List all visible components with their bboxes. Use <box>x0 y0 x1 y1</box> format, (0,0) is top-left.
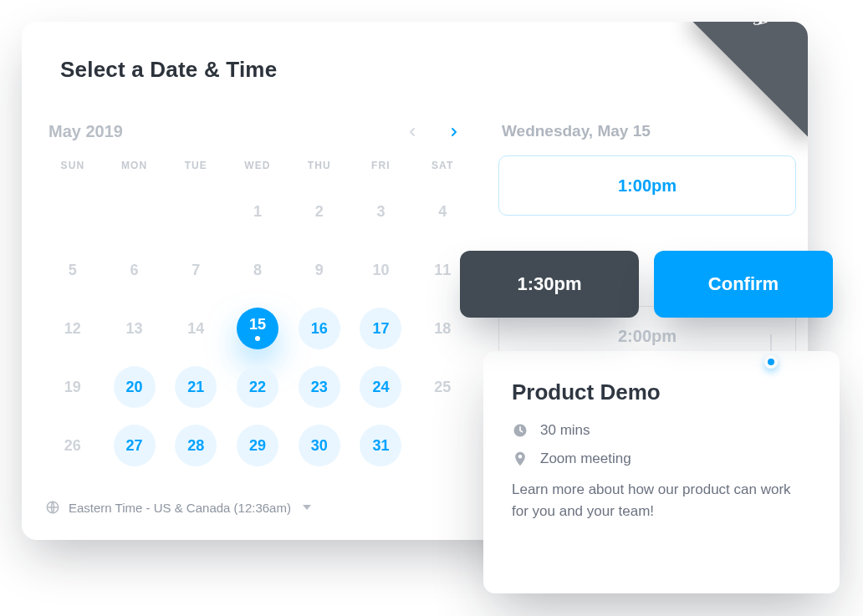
calendar-day: 14 <box>175 308 217 349</box>
ribbon-brand-label: Calendly <box>696 22 792 50</box>
calendar-day[interactable]: 21 <box>175 366 217 408</box>
chevron-right-icon[interactable] <box>445 123 463 141</box>
timezone-label: Eastern Time - US & Canada (12:36am) <box>69 501 291 515</box>
calendar-day[interactable]: 30 <box>299 425 340 466</box>
calendar-day: 3 <box>360 191 401 232</box>
calendar-day: 6 <box>114 249 156 291</box>
event-title: Product Demo <box>512 379 811 405</box>
calendar-day: 10 <box>360 249 401 291</box>
time-slot[interactable]: 1:00pm <box>498 155 796 216</box>
calendar-day[interactable]: 17 <box>360 308 401 349</box>
calendar-day: 5 <box>52 249 94 291</box>
caret-down-icon <box>303 505 311 510</box>
event-duration: 30 mins <box>540 422 590 439</box>
selected-time-pill[interactable]: 1:30pm <box>460 251 639 318</box>
calendar-day: 1 <box>237 191 278 232</box>
calendar: May 2019 SUNMONTUEWEDTHUFRISAT1234567891… <box>42 122 473 469</box>
calendar-day: 7 <box>175 249 217 291</box>
calendar-day[interactable]: 29 <box>237 425 278 466</box>
calendar-day: 12 <box>52 308 94 349</box>
globe-icon <box>45 500 60 515</box>
calendar-day: 18 <box>421 308 463 349</box>
calendar-dow: WED <box>227 151 289 176</box>
ribbon-powered-label: POWERED BY <box>711 22 799 35</box>
calendar-day[interactable]: 23 <box>299 366 340 408</box>
calendar-dow: SAT <box>411 151 473 176</box>
calendar-month-label: May 2019 <box>49 122 123 141</box>
event-description: Learn more about how our product can wor… <box>512 479 811 523</box>
page-title: Select a Date & Time <box>60 57 277 83</box>
chevron-left-icon <box>403 123 421 141</box>
calendar-day: 9 <box>299 249 340 291</box>
confirm-button[interactable]: Confirm <box>654 251 833 318</box>
calendar-day: 11 <box>421 249 463 291</box>
calendar-dow: MON <box>104 151 166 176</box>
calendar-day[interactable]: 15 <box>237 308 278 349</box>
calendar-day: 8 <box>237 249 278 291</box>
calendar-day[interactable]: 20 <box>114 366 156 408</box>
selected-date-label: Wednesday, May 15 <box>502 122 796 140</box>
calendar-day: 13 <box>114 308 156 349</box>
calendar-dow: FRI <box>350 151 412 176</box>
selected-slot-row: 1:30pm Confirm <box>460 251 833 318</box>
timezone-selector[interactable]: Eastern Time - US & Canada (12:36am) <box>45 500 311 515</box>
calendar-day: 4 <box>421 191 463 232</box>
calendar-day: 19 <box>52 366 94 408</box>
event-info-card: Product Demo 30 mins Zoom meeting Learn … <box>483 351 840 593</box>
calendar-day: 25 <box>421 366 463 408</box>
calendar-day[interactable]: 28 <box>175 425 217 466</box>
calendar-day: 26 <box>52 425 94 466</box>
calendar-day: 2 <box>299 191 340 232</box>
calendar-day[interactable]: 16 <box>299 308 340 349</box>
calendar-day[interactable]: 31 <box>360 425 401 466</box>
calendar-day[interactable]: 24 <box>360 366 401 408</box>
clock-icon <box>512 422 529 439</box>
calendar-dow: TUE <box>165 151 227 176</box>
connector-dot-icon <box>764 355 778 369</box>
calendar-day[interactable]: 27 <box>114 425 156 466</box>
calendar-dow: SUN <box>42 151 104 176</box>
location-pin-icon <box>512 451 529 467</box>
event-location: Zoom meeting <box>540 451 631 467</box>
calendar-day[interactable]: 22 <box>237 366 278 408</box>
calendar-dow: THU <box>289 151 350 176</box>
